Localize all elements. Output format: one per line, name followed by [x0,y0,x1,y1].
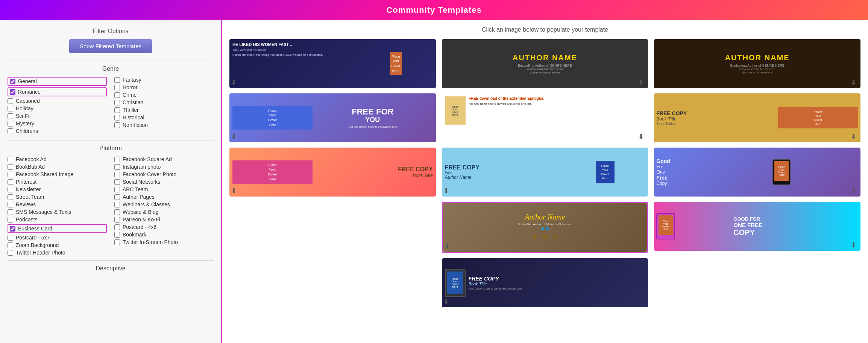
platform-patreon-item[interactable]: Patreon & Ko-Fi [114,216,214,223]
template-card-12[interactable]: PlaceYourCoverHere GOOD FOR ONE FREE COP… [654,202,860,251]
template-card-10[interactable]: FREE COPY Book Title Book Subtitle Place… [654,93,860,142]
genre-christian-checkbox[interactable] [114,100,120,105]
genre-thriller-item[interactable]: Thriller [114,107,214,113]
platform-instagram-item[interactable]: Instagram photo [114,164,214,170]
genre-general-checkbox[interactable] [10,79,15,84]
download-icon-3[interactable]: ⬇ [231,187,239,195]
platform-fb-shared-item[interactable]: Facebook Shared Image [8,171,107,177]
genre-horror-item[interactable]: Horror [114,84,214,90]
genre-holiday-checkbox[interactable] [8,106,13,111]
platform-business-card-checkbox[interactable] [10,226,15,232]
genre-fantasy-item[interactable]: Fantasy [114,77,214,83]
platform-fb-cover-item[interactable]: Facebook Cover Photo [114,171,214,177]
platform-fb-cover-checkbox[interactable] [114,172,120,177]
genre-christian-item[interactable]: Christian [114,99,214,105]
platform-pinterest-checkbox[interactable] [8,179,13,185]
template-card-9[interactable]: AUTHOR NAME Bestselling Author of GENRE … [654,39,860,88]
template-card-11[interactable]: Good For One Free Copy PlaceYourC [654,148,860,197]
download-icon-9[interactable]: ⬇ [851,78,859,87]
platform-bookmark-checkbox[interactable] [114,232,120,238]
platform-bookbub-item[interactable]: BookBub Ad [8,164,107,170]
platform-website-item[interactable]: Website & Blog [114,209,214,215]
platform-zoom-item[interactable]: Zoom Background [8,242,107,248]
download-icon-5[interactable]: ⬇ [638,133,646,141]
platform-podcasts-item[interactable]: Podcasts [8,216,107,223]
download-icon-7[interactable]: ⬇ [445,242,453,250]
platform-arc-checkbox[interactable] [114,187,120,192]
platform-patreon-checkbox[interactable] [114,217,120,223]
platform-bookbub-checkbox[interactable] [8,164,13,170]
platform-webinars-checkbox[interactable] [114,202,120,207]
template-card-2[interactable]: PlaceYourCoverHere FREE FOR YOU Use this… [229,93,436,142]
platform-bookmark-item[interactable]: Bookmark [114,232,214,238]
genre-childrens-item[interactable]: Childrens [8,128,107,134]
platform-postcard-4x6-checkbox[interactable] [114,224,120,230]
genre-scifi-item[interactable]: Sci-Fi [8,113,107,119]
template-card-7[interactable]: Author Name Bestselling Author of Histor… [442,202,648,253]
platform-zoom-checkbox[interactable] [8,242,13,248]
download-icon-4[interactable]: ⬇ [638,78,646,87]
platform-fb-square-checkbox[interactable] [114,157,120,162]
download-icon-12[interactable]: ⬇ [851,241,859,249]
platform-fb-square-item[interactable]: Facebook Square Ad [114,156,214,162]
genre-childrens-checkbox[interactable] [8,128,13,134]
platform-webinars-item[interactable]: Webinars & Classes [114,201,214,207]
download-icon-11[interactable]: ⬇ [851,187,859,195]
platform-twitter-header-item[interactable]: Twitter Header Photo [8,250,107,256]
platform-podcasts-checkbox[interactable] [8,217,13,223]
genre-historical-checkbox[interactable] [114,115,120,120]
genre-holiday-item[interactable]: Holiday [8,105,107,111]
platform-postcard-5x7-checkbox[interactable] [8,235,13,241]
download-icon-6[interactable]: ⬇ [443,187,452,195]
genre-captioned-checkbox[interactable] [8,98,13,104]
genre-captioned-item[interactable]: Captioned [8,98,107,104]
show-filtered-button[interactable]: Show Filtered Templates [69,39,152,53]
platform-postcard-5x7-item[interactable]: Postcard - 5x7 [8,235,107,241]
genre-mystery-item[interactable]: Mystery [8,120,107,127]
platform-social-networks-checkbox[interactable] [114,179,120,185]
platform-newsletter-checkbox[interactable] [8,187,13,192]
genre-thriller-checkbox[interactable] [114,107,120,113]
template-card-8[interactable]: PlaceYourCoverHere FREE COPY Book Title … [442,258,648,307]
template-card-6[interactable]: FREE COPY from Author Name PlaceYourCove… [442,148,648,197]
download-icon-8[interactable]: ⬇ [443,297,452,306]
platform-reviews-item[interactable]: Reviews [8,201,107,207]
platform-facebook-ad-checkbox[interactable] [8,157,13,162]
platform-newsletter-item[interactable]: Newsletter [8,186,107,192]
download-icon-2[interactable]: ⬇ [231,133,239,141]
template-card-3[interactable]: PlaceYourCoverHere FREE COPY Book Title … [229,148,436,197]
genre-nonfiction-checkbox[interactable] [114,122,120,128]
genre-mystery-checkbox[interactable] [8,121,13,127]
platform-business-card-item[interactable]: Business Card [8,224,107,233]
genre-horror-checkbox[interactable] [114,85,120,90]
platform-twitter-instream-checkbox[interactable] [114,239,120,245]
genre-nonfiction-item[interactable]: Non-fiction [114,122,214,128]
download-icon-1[interactable]: ⬇ [231,78,239,87]
platform-arc-item[interactable]: ARC Team [114,186,214,192]
genre-crime-checkbox[interactable] [114,92,120,98]
genre-crime-item[interactable]: Crime [114,92,214,98]
platform-twitter-instream-item[interactable]: Twitter In-Stream Photo [114,239,214,245]
genre-scifi-checkbox[interactable] [8,113,13,119]
template-card-1[interactable]: HE LIKED HIS WOMEN FAST... They were jus… [229,39,436,88]
platform-postcard-4x6-item[interactable]: Postcard - 4x6 [114,224,214,230]
genre-general-item[interactable]: General [8,77,107,86]
platform-website-checkbox[interactable] [114,209,120,215]
template-card-4[interactable]: AUTHOR NAME Bestselling Author of GENRE … [442,39,648,88]
template-card-5[interactable]: PlaceYourCoverHere FREE download of the … [442,93,648,142]
platform-street-team-item[interactable]: Street Team [8,194,107,200]
genre-historical-item[interactable]: Historical [114,114,214,120]
download-icon-10[interactable]: ⬇ [851,133,859,141]
genre-fantasy-checkbox[interactable] [114,77,120,83]
platform-sms-checkbox[interactable] [8,209,13,215]
platform-sms-item[interactable]: SMS Messages & Texts [8,209,107,215]
platform-street-team-checkbox[interactable] [8,194,13,200]
platform-author-pages-item[interactable]: Author Pages [114,194,214,200]
genre-romance-item[interactable]: Romance [8,87,107,96]
platform-instagram-checkbox[interactable] [114,164,120,170]
genre-romance-checkbox[interactable] [10,89,15,95]
platform-fb-shared-checkbox[interactable] [8,172,13,177]
platform-twitter-header-checkbox[interactable] [8,250,13,256]
platform-pinterest-item[interactable]: Pinterest [8,179,107,185]
platform-reviews-checkbox[interactable] [8,202,13,207]
